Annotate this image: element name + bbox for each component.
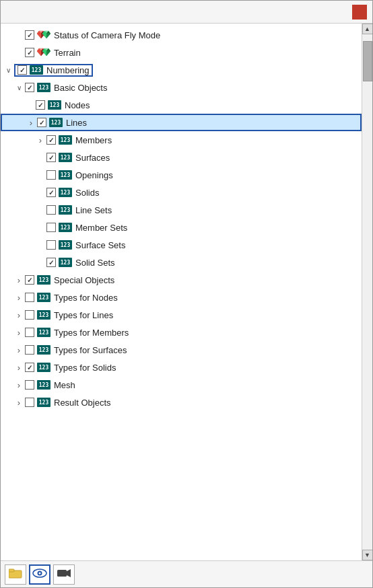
expand-arrow-result-objects[interactable]: › <box>14 398 24 407</box>
scroll-thumb[interactable] <box>363 41 372 81</box>
scroll-thumb-area <box>362 34 372 550</box>
expand-arrow-types-solids[interactable]: › <box>14 363 24 372</box>
checkbox-types-lines[interactable] <box>25 310 34 320</box>
tree-item-types-members[interactable]: ›123Types for Members <box>1 324 362 341</box>
tree-item-line-sets[interactable]: 123Line Sets <box>1 201 362 219</box>
scroll-down-arrow[interactable]: ▼ <box>362 550 373 560</box>
123-icon-numbering: 123 <box>30 65 43 75</box>
checkbox-basic-objects[interactable] <box>25 83 34 92</box>
item-label-mesh: Mesh <box>54 380 75 390</box>
123-icon-member-sets: 123 <box>59 223 72 232</box>
item-label-members: Members <box>75 135 112 145</box>
123-icon-solid-sets: 123 <box>59 258 72 267</box>
title-bar <box>1 1 372 24</box>
scroll-up-arrow[interactable]: ▲ <box>362 24 373 34</box>
123-icon-openings: 123 <box>59 170 72 180</box>
123-icon-surface-sets: 123 <box>59 240 72 250</box>
scrollbar[interactable]: ▲ ▼ <box>362 24 372 560</box>
tree-item-solid-sets[interactable]: 123Solid Sets <box>1 254 362 271</box>
tree-item-numbering[interactable]: ∨123Numbering <box>1 61 362 79</box>
item-label-numbering: Numbering <box>46 65 90 75</box>
checkbox-types-members[interactable] <box>25 328 34 337</box>
item-label-types-lines: Types for Lines <box>54 310 113 320</box>
123-icon-surfaces: 123 <box>59 153 72 162</box>
tree-item-nodes[interactable]: 123Nodes <box>1 96 362 114</box>
123-icon-types-members: 123 <box>37 328 50 337</box>
expand-arrow-mesh[interactable]: › <box>14 380 24 390</box>
expand-arrow-basic-objects[interactable]: ∨ <box>14 83 24 92</box>
item-label-lines: Lines <box>66 118 87 128</box>
tree-item-surfaces[interactable]: 123Surfaces <box>1 149 362 166</box>
checkbox-numbering[interactable] <box>18 65 27 75</box>
checkbox-types-solids[interactable] <box>25 363 34 372</box>
tree-item-surface-sets[interactable]: 123Surface Sets <box>1 236 362 254</box>
bottom-toolbar <box>1 560 372 587</box>
123-icon-nodes: 123 <box>48 100 61 110</box>
expand-arrow-lines[interactable]: › <box>26 118 36 127</box>
expand-arrow-special-objects[interactable]: › <box>14 275 24 285</box>
tree-item-lines[interactable]: ›123Lines <box>1 114 362 131</box>
item-label-surfaces: Surfaces <box>75 153 110 163</box>
checkbox-types-surfaces[interactable] <box>25 345 34 355</box>
item-label-line-sets: Line Sets <box>75 205 112 215</box>
checkbox-special-objects[interactable] <box>25 275 34 285</box>
svg-rect-25 <box>9 569 14 572</box>
expand-arrow-types-nodes[interactable]: › <box>14 293 24 302</box>
123-icon-mesh: 123 <box>37 380 50 390</box>
tree-item-member-sets[interactable]: 123Member Sets <box>1 219 362 236</box>
gem-icon-terrain <box>37 47 50 58</box>
folder-button[interactable] <box>5 564 26 585</box>
tree-item-types-nodes[interactable]: ›123Types for Nodes <box>1 289 362 306</box>
123-icon-types-nodes: 123 <box>37 293 50 302</box>
eye-button[interactable] <box>29 564 50 585</box>
tree-item-types-lines[interactable]: ›123Types for Lines <box>1 306 362 324</box>
close-button[interactable] <box>352 5 367 20</box>
item-label-types-solids: Types for Solids <box>54 363 116 373</box>
tree-item-members[interactable]: ›123Members <box>1 131 362 149</box>
tree-panel[interactable]: Status of Camera Fly Mode Terrain∨123Num… <box>1 24 362 560</box>
checkbox-members[interactable] <box>46 135 56 145</box>
checkbox-member-sets[interactable] <box>46 223 56 232</box>
checkbox-solid-sets[interactable] <box>46 258 56 267</box>
item-label-special-objects: Special Objects <box>54 275 114 285</box>
svg-marker-30 <box>67 569 71 577</box>
tree-item-basic-objects[interactable]: ∨123Basic Objects <box>1 79 362 96</box>
tree-item-types-solids[interactable]: ›123Types for Solids <box>1 359 362 376</box>
checkbox-surfaces[interactable] <box>46 153 56 162</box>
checkbox-nodes[interactable] <box>36 100 45 110</box>
checkbox-openings[interactable] <box>46 170 56 180</box>
item-label-basic-objects: Basic Objects <box>54 83 107 93</box>
tree-item-terrain[interactable]: Terrain <box>1 44 362 61</box>
tree-item-result-objects[interactable]: ›123Result Objects <box>1 394 362 411</box>
item-label-member-sets: Member Sets <box>75 223 127 233</box>
checkbox-line-sets[interactable] <box>46 205 56 215</box>
123-icon-members: 123 <box>59 135 72 145</box>
checkbox-terrain[interactable] <box>25 48 34 57</box>
tree-item-mesh[interactable]: ›123Mesh <box>1 376 362 394</box>
checkbox-result-objects[interactable] <box>25 398 34 407</box>
tree-item-solids[interactable]: 123Solids <box>1 184 362 201</box>
expand-arrow-types-surfaces[interactable]: › <box>14 345 24 355</box>
checkbox-lines[interactable] <box>37 118 46 127</box>
checkbox-types-nodes[interactable] <box>25 293 34 302</box>
expand-arrow-types-lines[interactable]: › <box>14 310 24 320</box>
checkbox-surface-sets[interactable] <box>46 240 56 250</box>
tree-item-types-surfaces[interactable]: ›123Types for Surfaces <box>1 341 362 359</box>
checkbox-solids[interactable] <box>46 188 56 197</box>
tree-item-status-camera[interactable]: Status of Camera Fly Mode <box>1 26 362 44</box>
svg-point-28 <box>39 572 41 574</box>
expand-arrow-members[interactable]: › <box>36 135 45 145</box>
item-label-surface-sets: Surface Sets <box>75 240 125 250</box>
svg-marker-10 <box>46 33 50 38</box>
123-icon-solids: 123 <box>59 188 72 197</box>
checkbox-status-camera[interactable] <box>25 30 34 40</box>
123-icon-lines: 123 <box>49 118 63 127</box>
expand-arrow-types-members[interactable]: › <box>14 328 24 337</box>
camera-button[interactable] <box>53 564 75 585</box>
item-label-status-camera: Status of Camera Fly Mode <box>54 30 160 40</box>
checkbox-mesh[interactable] <box>25 380 34 390</box>
tree-item-special-objects[interactable]: ›123Special Objects <box>1 271 362 289</box>
tree-item-openings[interactable]: 123Openings <box>1 166 362 184</box>
expand-arrow-numbering[interactable]: ∨ <box>3 65 13 75</box>
item-label-nodes: Nodes <box>65 100 90 110</box>
